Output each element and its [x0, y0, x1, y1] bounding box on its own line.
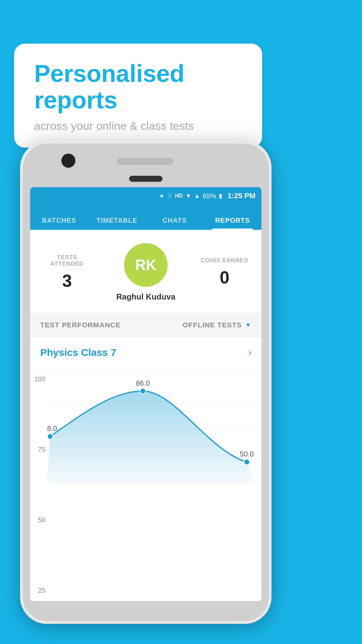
avatar: RK [124, 243, 168, 287]
camera-icon [61, 154, 75, 168]
tab-reports[interactable]: REPORTS [204, 217, 262, 226]
offline-tests-dropdown[interactable]: OFFLINE TESTS ▼ [183, 321, 251, 329]
vibrate-icon: ☃ [167, 192, 172, 200]
class-name: Physics Class 7 [40, 347, 116, 358]
coins-earned-value: 0 [198, 267, 251, 287]
chevron-down-icon: ▼ [245, 322, 251, 329]
y-label-50: 50 [34, 516, 45, 524]
bubble-title: Personalised reports [34, 60, 242, 113]
value-label-3: 50.0 [240, 450, 254, 458]
phone-outer: ∗ ☃ HD ▼ ▲ 65% ▮ 1:25 PM BATCHES TIMETAB… [20, 141, 272, 624]
coins-earned-block: COINS EARNED 0 [198, 257, 251, 287]
hd-icon: HD [175, 193, 183, 199]
profile-section: TESTS ATTENDED 3 RK Raghul Kuduva COINS … [30, 230, 261, 314]
avatar-initials: RK [135, 257, 157, 273]
chart-area: 100 75 50 25 [47, 375, 255, 601]
class-row[interactable]: Physics Class 7 › [30, 337, 261, 369]
performance-section: TEST PERFORMANCE OFFLINE TESTS ▼ [30, 314, 261, 337]
bluetooth-icon: ∗ [159, 192, 164, 200]
performance-label: TEST PERFORMANCE [40, 321, 121, 329]
status-bar: ∗ ☃ HD ▼ ▲ 65% ▮ 1:25 PM [30, 187, 261, 205]
tab-batches[interactable]: BATCHES [30, 217, 88, 226]
y-label-75: 75 [34, 446, 45, 453]
line-chart: 68.0 86.0 50.0 [47, 375, 255, 483]
data-point-1 [47, 434, 53, 439]
wifi-icon: ▼ [185, 193, 191, 200]
tab-timetable[interactable]: TIMETABLE [88, 217, 146, 226]
battery-percent: 65% [203, 192, 216, 200]
speaker [117, 158, 174, 165]
time-display: 1:25 PM [228, 192, 255, 200]
tab-chats[interactable]: CHATS [146, 217, 204, 226]
signal-icon: ▲ [194, 193, 200, 200]
data-point-2 [140, 388, 146, 394]
home-button [129, 176, 163, 182]
avatar-block: RK Raghul Kuduva [116, 243, 175, 302]
value-label-2: 86.0 [136, 379, 150, 387]
offline-tests-label: OFFLINE TESTS [183, 321, 242, 329]
tests-attended-value: 3 [40, 271, 94, 291]
tests-attended-label: TESTS ATTENDED [40, 254, 94, 267]
phone-inner: ∗ ☃ HD ▼ ▲ 65% ▮ 1:25 PM BATCHES TIMETAB… [23, 144, 269, 621]
avatar-name: Raghul Kuduva [116, 292, 175, 302]
tests-attended-block: TESTS ATTENDED 3 [40, 254, 94, 291]
status-icons: ∗ ☃ HD ▼ ▲ 65% ▮ 1:25 PM [159, 192, 255, 200]
coins-earned-label: COINS EARNED [198, 257, 251, 264]
battery-icon: ▮ [219, 192, 222, 200]
bubble-subtitle: across your online & class tests [34, 119, 242, 132]
y-label-25: 25 [34, 587, 45, 594]
value-label-1: 68.0 [47, 424, 57, 433]
tab-bar: BATCHES TIMETABLE CHATS REPORTS [30, 205, 261, 230]
class-arrow-icon: › [248, 347, 251, 358]
y-label-100: 100 [34, 375, 45, 383]
data-point-3 [244, 459, 250, 465]
chart-section: 100 75 50 25 [30, 369, 261, 601]
speech-bubble: Personalised reports across your online … [14, 44, 262, 148]
phone-screen: ∗ ☃ HD ▼ ▲ 65% ▮ 1:25 PM BATCHES TIMETAB… [30, 187, 261, 601]
y-axis-labels: 100 75 50 25 [34, 375, 45, 594]
